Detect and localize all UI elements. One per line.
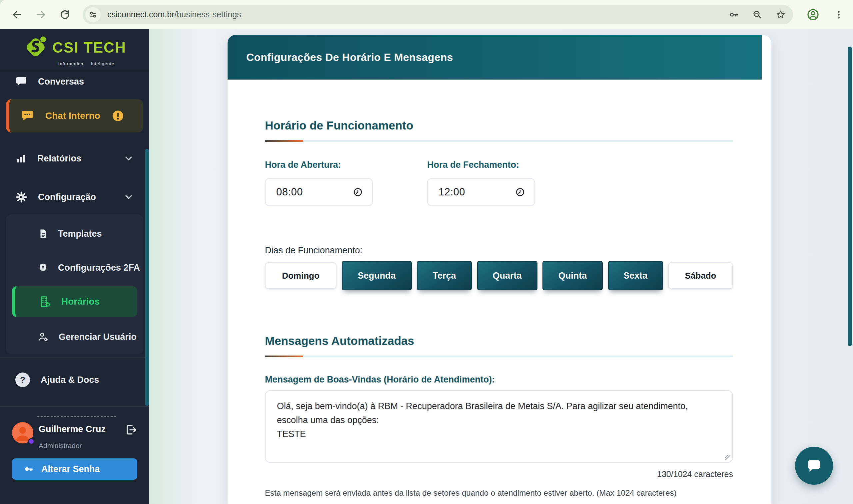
back-icon[interactable] (9, 7, 25, 22)
url-text: csiconnect.com.br/business-settings (107, 10, 729, 19)
status-dot (28, 438, 35, 445)
welcome-message-label: Mensagem de Boas-Vindas (Horário de Aten… (265, 375, 733, 385)
sidebar-divider (0, 358, 149, 358)
page-header: Configurações De Horário E Mensagens (228, 35, 762, 79)
bar-chart-icon (15, 153, 27, 164)
sidebar-item-configuracoes-2fa[interactable]: Configurações 2FA (6, 259, 143, 276)
logo-title: CSI TECH (52, 39, 126, 56)
profile-icon[interactable] (806, 8, 820, 21)
password-key-icon[interactable] (729, 10, 739, 20)
user-card: Guilherme Cruz Administrador (0, 422, 149, 450)
sidebar-item-label: Chat Interno (45, 110, 100, 121)
sidebar-item-label: Configuração (38, 192, 96, 202)
logo-subtitle-left: Informática (58, 61, 83, 66)
textarea-resize-handle[interactable] (725, 455, 730, 460)
page-scrollbar[interactable] (848, 47, 852, 346)
chat-bubble-icon (15, 76, 27, 88)
key-icon (24, 464, 34, 474)
settings-card: Configurações De Horário E Mensagens Hor… (228, 35, 771, 504)
sidebar-item-configuracao[interactable]: Configuração (0, 188, 149, 206)
user-gear-icon (38, 331, 49, 342)
logout-icon[interactable] (125, 424, 137, 436)
user-role: Administrador (39, 442, 119, 450)
days-label: Dias de Funcionamento: (265, 245, 733, 256)
reload-icon[interactable] (57, 7, 73, 22)
chat-bubble-icon (805, 457, 823, 475)
browser-toolbar: csiconnect.com.br/business-settings (0, 0, 853, 29)
sidebar-item-conversas[interactable]: Conversas (0, 73, 149, 90)
sidebar-item-chat-interno[interactable]: Chat Interno (6, 99, 143, 132)
page-title: Configurações De Horário E Mensagens (246, 51, 453, 64)
clock-icon[interactable] (515, 187, 525, 197)
address-bar[interactable]: csiconnect.com.br/business-settings (83, 5, 793, 24)
sidebar-item-horarios[interactable]: Horários (12, 286, 137, 317)
sidebar-item-relatorios[interactable]: Relatórios (0, 149, 149, 168)
chat-fab-button[interactable] (795, 447, 833, 485)
closing-time-input[interactable]: 12:00 (427, 178, 535, 206)
closing-time-label: Hora de Fechamento: (427, 160, 519, 170)
csi-logo-icon (23, 35, 49, 60)
opening-time-value: 08:00 (276, 186, 303, 198)
opening-time-label: Hora de Abertura: (265, 160, 427, 170)
opening-time-input[interactable]: 08:00 (265, 178, 373, 206)
day-button-segunda[interactable]: Segunda (342, 261, 412, 290)
sidebar-divider (0, 407, 149, 407)
chat-dots-icon (21, 109, 34, 123)
sidebar: CSI TECH Informática Inteligente Convers… (0, 29, 149, 504)
day-button-sabado[interactable]: Sábado (668, 262, 733, 289)
char-counter: 130/1024 caracteres (265, 469, 733, 479)
url-path: /business-settings (174, 10, 241, 19)
site-settings-icon[interactable] (85, 7, 101, 22)
sidebar-item-label: Conversas (38, 76, 84, 87)
sidebar-item-gerenciar-usuario[interactable]: Gerenciar Usuário (6, 328, 143, 345)
configuracao-submenu: Templates Configurações 2FA Horários Ger… (6, 214, 143, 354)
sidebar-item-label: Horários (61, 296, 100, 307)
sidebar-item-ajuda-docs[interactable]: ? Ajuda & Docs (0, 371, 149, 389)
bookmark-star-icon[interactable] (776, 10, 786, 20)
change-password-button[interactable]: Alterar Senha (12, 458, 137, 480)
sidebar-item-label: Configurações 2FA (58, 263, 140, 273)
messages-section-title: Mensagens Automatizadas (265, 334, 733, 347)
building-gear-icon (39, 295, 51, 308)
dashed-separator (37, 416, 116, 417)
logo: CSI TECH Informática Inteligente (0, 29, 149, 71)
forward-icon[interactable] (33, 7, 49, 22)
sidebar-item-label: Gerenciar Usuário (59, 332, 137, 342)
zoom-out-icon[interactable] (752, 10, 762, 20)
sidebar-item-label: Ajuda & Docs (41, 375, 99, 385)
sidebar-item-templates[interactable]: Templates (6, 225, 143, 242)
hours-section-title: Horário de Funcionamento (265, 119, 733, 132)
day-button-quarta[interactable]: Quarta (477, 261, 537, 290)
day-button-sexta[interactable]: Sexta (608, 261, 663, 290)
sidebar-scrollbar[interactable] (145, 149, 149, 406)
main-area: Configurações De Horário E Mensagens Hor… (149, 29, 853, 504)
day-button-domingo[interactable]: Domingo (265, 262, 336, 289)
day-button-terca[interactable]: Terça (417, 261, 472, 290)
day-button-quinta[interactable]: Quinta (542, 261, 603, 290)
welcome-message-textarea[interactable]: Olá, seja bem-vindo(a) à RBM - Recuperad… (265, 390, 733, 463)
welcome-message-helper: Esta mensagem será enviada antes da list… (265, 488, 733, 498)
alert-exclamation-icon (111, 109, 124, 122)
chevron-down-icon (123, 192, 134, 202)
url-domain: csiconnect.com.br (107, 10, 174, 19)
shield-lock-icon (38, 263, 48, 273)
document-icon (38, 229, 48, 239)
gear-icon (15, 191, 27, 203)
help-icon: ? (15, 373, 30, 387)
days-row: Domingo Segunda Terça Quarta Quinta Sext… (265, 261, 733, 290)
clock-icon[interactable] (353, 187, 363, 197)
change-password-label: Alterar Senha (41, 464, 100, 474)
sidebar-item-label: Templates (58, 229, 102, 239)
logo-subtitle-right: Inteligente (91, 61, 114, 66)
sidebar-item-label: Relatórios (37, 154, 81, 164)
browser-menu-icon[interactable] (834, 10, 844, 20)
user-name: Guilherme Cruz (39, 424, 119, 434)
closing-time-value: 12:00 (438, 186, 465, 198)
section-underline (265, 356, 733, 357)
section-underline (265, 140, 733, 142)
chevron-down-icon (123, 153, 134, 164)
